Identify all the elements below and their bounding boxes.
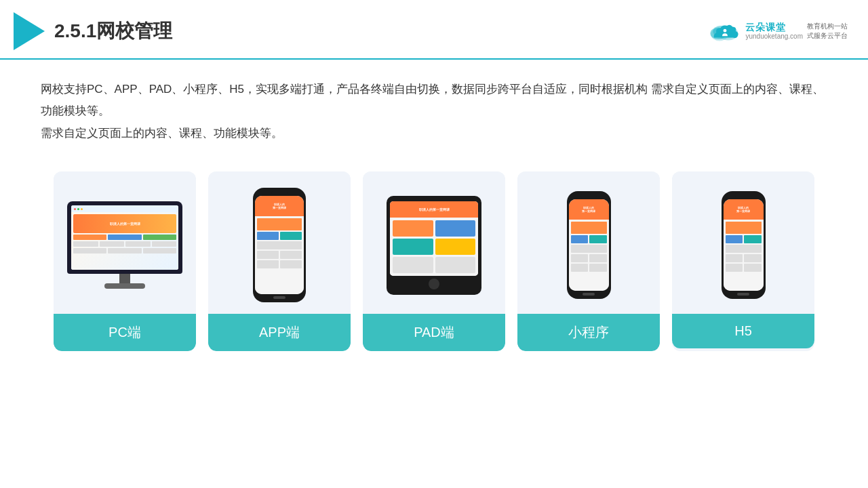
card-h5-label: H5 (672, 314, 814, 348)
cloud-logo: 云朵课堂 yunduoketang.com 教育机构一站式服务云平台 (709, 19, 848, 43)
card-pad-label: PAD端 (363, 314, 505, 351)
app-device-icon: 职涯人的第一堂网课 (253, 188, 306, 302)
pad-device-icon: 职涯人的第一堂网课 (387, 196, 481, 295)
card-pc-label: PC端 (54, 314, 196, 351)
page-title: 2.5.1网校管理 (54, 18, 172, 44)
brand-slogan: 教育机构一站式服务云平台 (807, 22, 848, 41)
card-app-label: APP端 (208, 314, 351, 351)
card-h5: 职涯人的第一堂网课 (672, 171, 814, 351)
header-right: 云朵课堂 yunduoketang.com 教育机构一站式服务云平台 (709, 19, 848, 43)
card-miniapp-label: 小程序 (517, 314, 660, 351)
card-app: 职涯人的第一堂网课 (208, 171, 351, 351)
miniapp-device-icon: 职涯人的第一堂网课 (567, 191, 611, 299)
pc-device-icon: 职涯人的第一堂网课 (67, 201, 182, 289)
svg-point-5 (724, 29, 727, 33)
card-pad-image: 职涯人的第一堂网课 (363, 171, 505, 314)
logo-triangle-icon (14, 12, 45, 50)
card-app-image: 职涯人的第一堂网课 (208, 171, 351, 314)
card-miniapp-image: 职涯人的第一堂网课 (517, 171, 660, 314)
card-pc-image: 职涯人的第一堂网课 (54, 171, 196, 314)
card-pc: 职涯人的第一堂网课 (54, 171, 196, 351)
card-miniapp: 职涯人的第一堂网课 (517, 171, 660, 351)
header-left: 2.5.1网校管理 (14, 12, 172, 50)
page-header: 2.5.1网校管理 云朵课堂 yunduoket (0, 0, 868, 60)
cloud-icon (709, 19, 741, 43)
description-text: 网校支持PC、APP、PAD、小程序、H5，实现多端打通，产品各终端自由切换，数… (0, 60, 868, 158)
card-pad: 职涯人的第一堂网课 PAD端 (363, 171, 505, 351)
cards-container: 职涯人的第一堂网课 (0, 158, 868, 371)
brand-text: 云朵课堂 yunduoketang.com (745, 22, 803, 41)
brand-name: 云朵课堂 (745, 22, 803, 33)
card-h5-image: 职涯人的第一堂网课 (672, 171, 814, 314)
h5-device-icon: 职涯人的第一堂网课 (722, 191, 766, 299)
brand-url: yunduoketang.com (745, 33, 803, 41)
